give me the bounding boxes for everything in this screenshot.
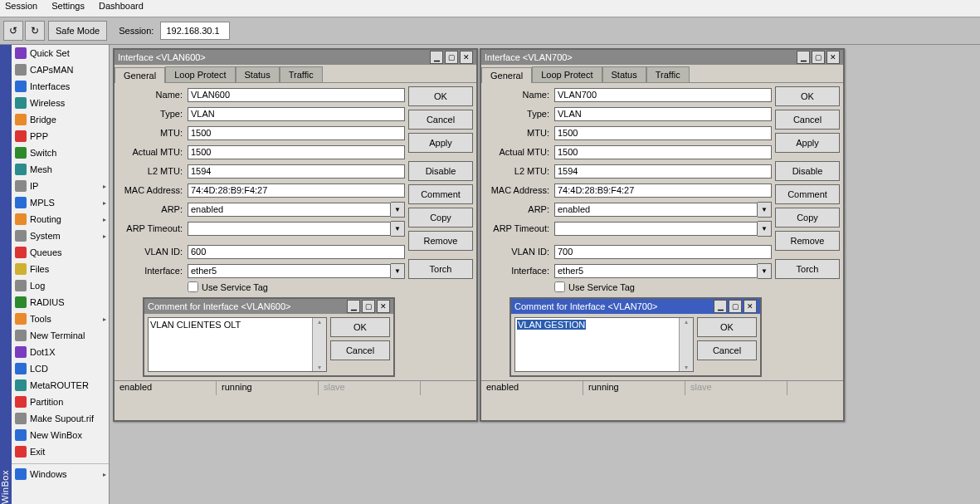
tab-general[interactable]: General — [115, 67, 165, 83]
minimize-button[interactable]: ▁ — [797, 51, 810, 64]
tab-general[interactable]: General — [481, 67, 532, 83]
cancel-button[interactable]: Cancel — [408, 110, 473, 130]
menu-dashboard[interactable]: Dashboard — [99, 1, 144, 11]
tab-traffic[interactable]: Traffic — [280, 66, 323, 82]
arp-timeout-dropdown[interactable]: ▼ — [391, 221, 405, 237]
scrollbar[interactable]: ▴▾ — [679, 318, 693, 371]
title-bar[interactable]: Interface <VLAN700> ▁ ▢ ✕ — [481, 50, 843, 65]
comment-button[interactable]: Comment — [408, 184, 473, 204]
ok-button[interactable]: OK — [697, 317, 757, 337]
sidebar-item-lcd[interactable]: LCD — [12, 360, 109, 377]
sidebar-item-queues[interactable]: Queues — [12, 244, 109, 261]
use-service-tag-checkbox[interactable] — [554, 281, 565, 292]
arp-timeout-field[interactable] — [188, 222, 391, 236]
sidebar-item-wireless[interactable]: Wireless — [12, 95, 109, 111]
tab-traffic[interactable]: Traffic — [646, 66, 690, 82]
title-bar[interactable]: Interface <VLAN600> ▁ ▢ ✕ — [115, 50, 476, 65]
mtu-field[interactable] — [554, 126, 772, 140]
safe-mode-button[interactable]: Safe Mode — [48, 21, 107, 41]
sidebar-item-system[interactable]: System▸ — [12, 228, 109, 244]
arp-timeout-dropdown[interactable]: ▼ — [758, 221, 772, 237]
comment-textarea[interactable]: VLAN CLIENTES OLT ▴▾ — [148, 317, 327, 372]
sidebar-item-bridge[interactable]: Bridge — [12, 111, 109, 128]
torch-button[interactable]: Torch — [775, 259, 840, 279]
close-button[interactable]: ✕ — [744, 300, 757, 313]
comment-title-bar[interactable]: Comment for Interface <VLAN700> ▁ ▢ ✕ — [511, 299, 760, 314]
close-button[interactable]: ✕ — [826, 51, 840, 64]
arp-field[interactable] — [554, 203, 758, 217]
sidebar-item-ip[interactable]: IP▸ — [12, 178, 109, 194]
copy-button[interactable]: Copy — [775, 208, 840, 228]
ok-button[interactable]: OK — [408, 86, 473, 106]
arp-dropdown[interactable]: ▼ — [391, 202, 405, 218]
name-field[interactable] — [554, 88, 772, 102]
vlan-id-field[interactable] — [554, 245, 772, 259]
sidebar-item-capsman[interactable]: CAPsMAN — [12, 61, 109, 78]
sidebar-item-make-supout-rif[interactable]: Make Supout.rif — [12, 410, 109, 427]
copy-button[interactable]: Copy — [408, 208, 473, 228]
comment-title-bar[interactable]: Comment for Interface <VLAN600> ▁ ▢ ✕ — [144, 299, 393, 314]
interface-dropdown[interactable]: ▼ — [758, 263, 772, 279]
tab-status[interactable]: Status — [236, 66, 280, 82]
close-button[interactable]: ✕ — [377, 300, 390, 313]
mtu-field[interactable] — [188, 126, 405, 140]
tab-status[interactable]: Status — [602, 66, 646, 82]
menu-settings[interactable]: Settings — [51, 1, 85, 11]
comment-button[interactable]: Comment — [775, 184, 840, 204]
minimize-button[interactable]: ▁ — [430, 51, 443, 64]
remove-button[interactable]: Remove — [775, 231, 840, 251]
sidebar-item-partition[interactable]: Partition — [12, 394, 109, 410]
sidebar-item-tools[interactable]: Tools▸ — [12, 311, 109, 327]
sidebar-item-files[interactable]: Files — [12, 261, 109, 277]
maximize-button[interactable]: ▢ — [812, 51, 825, 64]
sidebar-item-quick-set[interactable]: Quick Set — [12, 45, 109, 61]
interface-dropdown[interactable]: ▼ — [391, 263, 405, 279]
sidebar-item-interfaces[interactable]: Interfaces — [12, 78, 109, 95]
tab-loop-protect[interactable]: Loop Protect — [532, 66, 602, 82]
arp-field[interactable] — [188, 203, 391, 217]
apply-button[interactable]: Apply — [775, 133, 840, 153]
sidebar-item-windows[interactable]: Windows ▸ — [12, 466, 109, 482]
sidebar-item-dot1x[interactable]: Dot1X — [12, 344, 109, 360]
sidebar-item-mesh[interactable]: Mesh — [12, 161, 109, 178]
sidebar-item-routing[interactable]: Routing▸ — [12, 211, 109, 228]
use-service-tag-checkbox[interactable] — [188, 281, 198, 292]
sidebar-item-new-terminal[interactable]: New Terminal — [12, 327, 109, 344]
sidebar-item-metarouter[interactable]: MetaROUTER — [12, 377, 109, 394]
arp-timeout-field[interactable] — [554, 222, 758, 236]
comment-textarea[interactable]: VLAN GESTION ▴▾ — [514, 317, 694, 372]
interface-field[interactable] — [188, 264, 391, 278]
redo-button[interactable]: ↻ — [25, 21, 45, 41]
apply-button[interactable]: Apply — [408, 133, 473, 153]
sidebar-item-new-winbox[interactable]: New WinBox — [12, 427, 109, 443]
arp-dropdown[interactable]: ▼ — [758, 202, 772, 218]
sidebar-item-log[interactable]: Log — [12, 277, 109, 294]
tab-loop-protect[interactable]: Loop Protect — [165, 66, 235, 82]
sidebar-item-radius[interactable]: RADIUS — [12, 294, 109, 311]
remove-button[interactable]: Remove — [408, 231, 473, 251]
undo-button[interactable]: ↺ — [3, 21, 23, 41]
cancel-button[interactable]: Cancel — [330, 340, 390, 360]
maximize-button[interactable]: ▢ — [729, 300, 742, 313]
minimize-button[interactable]: ▁ — [714, 300, 727, 313]
scrollbar[interactable]: ▴▾ — [312, 318, 326, 371]
maximize-button[interactable]: ▢ — [362, 300, 375, 313]
torch-button[interactable]: Torch — [408, 259, 473, 279]
vlan-id-field[interactable] — [188, 245, 405, 259]
sidebar-item-mpls[interactable]: MPLS▸ — [12, 194, 109, 211]
maximize-button[interactable]: ▢ — [445, 51, 458, 64]
sidebar-item-switch[interactable]: Switch — [12, 144, 109, 161]
close-button[interactable]: ✕ — [460, 51, 473, 64]
minimize-button[interactable]: ▁ — [347, 300, 360, 313]
sidebar-item-ppp[interactable]: PPP — [12, 128, 109, 144]
cancel-button[interactable]: Cancel — [697, 340, 757, 360]
ok-button[interactable]: OK — [330, 317, 390, 337]
sidebar-item-exit[interactable]: Exit — [12, 443, 109, 460]
name-field[interactable] — [188, 88, 405, 102]
disable-button[interactable]: Disable — [408, 161, 473, 181]
ok-button[interactable]: OK — [775, 86, 840, 106]
cancel-button[interactable]: Cancel — [775, 110, 840, 130]
menu-session[interactable]: Session — [5, 1, 37, 11]
disable-button[interactable]: Disable — [775, 161, 840, 181]
interface-field[interactable] — [554, 264, 758, 278]
